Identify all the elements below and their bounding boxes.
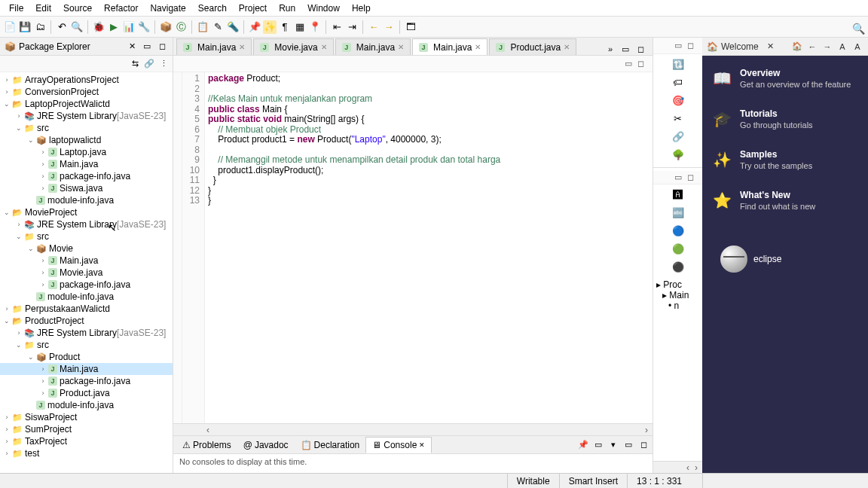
close-tab-icon[interactable]: ✕ bbox=[475, 43, 481, 51]
tree-item[interactable]: ⌄Movie bbox=[0, 242, 173, 255]
coverage-icon[interactable]: 📊 bbox=[122, 20, 136, 34]
twisty-icon[interactable]: ⌄ bbox=[15, 233, 23, 240]
twisty-icon[interactable]: › bbox=[15, 221, 23, 228]
tree-item[interactable]: ›JRE System Library [JavaSE-23] bbox=[0, 110, 173, 122]
tree-item[interactable]: module-info.java bbox=[0, 399, 173, 411]
open-task-icon[interactable]: 📋 bbox=[196, 20, 209, 34]
editor-tab[interactable]: Movie.java✕ bbox=[253, 38, 333, 55]
tree-item[interactable]: ⌄LaptopProjectWalictd bbox=[0, 98, 173, 110]
console-new-icon[interactable]: ▾ bbox=[607, 439, 619, 451]
outline-item[interactable]: • n bbox=[656, 300, 699, 311]
twisty-icon[interactable]: › bbox=[39, 185, 47, 192]
tree-item[interactable]: ⌄src bbox=[0, 339, 173, 351]
pin-icon[interactable]: 📌 bbox=[248, 20, 261, 34]
maximize-console-icon[interactable]: ◻ bbox=[637, 439, 649, 451]
outline-link-icon[interactable]: 🔗 bbox=[671, 130, 685, 143]
project-tree[interactable]: ›ArrayOperationsProject›ConversionProjec… bbox=[0, 72, 173, 473]
horizontal-scrollbar[interactable]: ‹› bbox=[173, 423, 653, 435]
editor-tab[interactable]: Product.java✕ bbox=[489, 38, 576, 55]
editor-tab[interactable]: Main.java✕ bbox=[176, 38, 252, 55]
welcome-fwd-icon[interactable]: → bbox=[821, 41, 833, 53]
twisty-icon[interactable]: ⌄ bbox=[3, 209, 11, 216]
maximize-editor-icon[interactable]: ◻ bbox=[634, 58, 646, 70]
maximize-view-icon[interactable]: ◻ bbox=[156, 41, 168, 53]
tree-item[interactable]: ›Main.java bbox=[0, 363, 173, 375]
open-type-icon[interactable]: 🔍 bbox=[70, 20, 84, 34]
back-icon[interactable]: ← bbox=[367, 20, 381, 34]
console-display-icon[interactable]: ▭ bbox=[592, 439, 604, 451]
tree-item[interactable]: ›Main.java bbox=[0, 158, 173, 170]
minimize-view-icon[interactable]: ▭ bbox=[141, 41, 153, 53]
tree-item[interactable]: ›PerpustakaanWalictd bbox=[0, 303, 173, 315]
outline-min-icon[interactable]: ▭ bbox=[672, 40, 684, 52]
tabs-overflow-icon[interactable]: » bbox=[604, 43, 616, 55]
menu-file[interactable]: File bbox=[3, 1, 29, 16]
editor-tab[interactable]: Main.java✕ bbox=[335, 38, 411, 55]
minimize-editor-icon[interactable]: ▭ bbox=[622, 58, 634, 70]
external-tools-icon[interactable]: 🔧 bbox=[137, 20, 151, 34]
outline-c-icon[interactable]: 🔵 bbox=[671, 224, 685, 237]
prev-annotation-icon[interactable]: ⇤ bbox=[330, 20, 344, 34]
outline-focus-icon[interactable]: 🎯 bbox=[671, 93, 685, 107]
close-tab-icon[interactable]: ✕ bbox=[564, 43, 570, 51]
forward-icon[interactable]: → bbox=[382, 20, 396, 34]
tree-item[interactable]: ›ConversionProject bbox=[0, 86, 173, 98]
welcome-back-icon[interactable]: ← bbox=[806, 41, 818, 53]
welcome-card[interactable]: 🎓TutorialsGo through tutorials bbox=[711, 108, 859, 130]
twisty-icon[interactable]: › bbox=[39, 269, 47, 276]
welcome-enlarge-icon[interactable]: A bbox=[851, 41, 863, 53]
outline-item[interactable]: ▸ Main bbox=[656, 290, 699, 300]
block-icon[interactable]: ▦ bbox=[293, 20, 307, 34]
tree-item[interactable]: ›JRE System Library [JavaSE-23] bbox=[0, 218, 173, 230]
next-annotation-icon[interactable]: ⇥ bbox=[345, 20, 359, 34]
outline-b-icon[interactable]: 🔤 bbox=[671, 206, 685, 219]
twisty-icon[interactable]: › bbox=[15, 329, 23, 337]
link-editor-icon[interactable]: 🔗 bbox=[143, 58, 155, 70]
close-view-icon[interactable]: ✕ bbox=[126, 41, 138, 53]
menu-source[interactable]: Source bbox=[57, 1, 98, 16]
menu-refactor[interactable]: Refactor bbox=[98, 1, 144, 16]
twisty-icon[interactable]: › bbox=[3, 413, 11, 421]
perspective-icon[interactable]: 🗔 bbox=[404, 20, 417, 34]
outline-max-icon[interactable]: ◻ bbox=[684, 40, 696, 52]
twisty-icon[interactable]: › bbox=[3, 450, 11, 457]
tree-item[interactable]: ›test bbox=[0, 447, 173, 459]
twisty-icon[interactable] bbox=[27, 197, 35, 204]
twisty-icon[interactable]: › bbox=[39, 389, 47, 397]
tree-item[interactable]: ›Product.java bbox=[0, 387, 173, 399]
code-editor[interactable]: package Product; //Kelas Main untuk menj… bbox=[205, 72, 653, 423]
outline-filter-icon[interactable]: ✂ bbox=[671, 111, 685, 125]
toggle-icon[interactable]: ✎ bbox=[211, 20, 225, 34]
outline-min2-icon[interactable]: ▭ bbox=[672, 172, 684, 184]
twisty-icon[interactable]: ⌄ bbox=[15, 341, 23, 349]
undo-icon[interactable]: ↶ bbox=[55, 20, 69, 34]
quick-access-icon[interactable]: 🔍 bbox=[852, 23, 865, 35]
minimize-console-icon[interactable]: ▭ bbox=[622, 439, 634, 451]
outline-a-icon[interactable]: 🅰 bbox=[671, 188, 685, 201]
save-icon[interactable]: 💾 bbox=[18, 20, 32, 34]
twisty-icon[interactable]: ⌄ bbox=[27, 136, 35, 144]
twisty-icon[interactable]: ⌄ bbox=[27, 245, 35, 252]
bottom-tab-declaration[interactable]: 📋Declaration bbox=[295, 438, 366, 453]
twisty-icon[interactable]: › bbox=[39, 148, 47, 156]
tree-item[interactable]: ›SumProject bbox=[0, 423, 173, 435]
welcome-card[interactable]: 📖OverviewGet an overview of the feature bbox=[711, 68, 859, 89]
twisty-icon[interactable]: › bbox=[39, 257, 47, 264]
tree-item[interactable]: ›JRE System Library [JavaSE-23] bbox=[0, 327, 173, 339]
tree-item[interactable]: ›ArrayOperationsProject bbox=[0, 74, 173, 86]
tree-item[interactable]: ⌄src bbox=[0, 230, 173, 242]
outline-d-icon[interactable]: 🟢 bbox=[671, 242, 685, 255]
outline-tree-icon[interactable]: 🌳 bbox=[671, 148, 685, 161]
tree-item[interactable]: ⌄src bbox=[0, 122, 173, 134]
menu-run[interactable]: Run bbox=[273, 1, 301, 16]
tree-item[interactable]: ›SiswaProject bbox=[0, 411, 173, 423]
twisty-icon[interactable]: › bbox=[39, 281, 47, 288]
welcome-reduce-icon[interactable]: A bbox=[836, 41, 848, 53]
save-all-icon[interactable]: 🗂 bbox=[33, 20, 47, 34]
tree-item[interactable]: ›Siswa.java bbox=[0, 182, 173, 194]
bottom-tab-console[interactable]: 🖥Console✕ bbox=[365, 437, 432, 453]
mark-icon[interactable]: 📍 bbox=[308, 20, 322, 34]
outline-scrollbar[interactable]: ‹› bbox=[653, 461, 702, 473]
outline-max2-icon[interactable]: ◻ bbox=[684, 172, 696, 184]
tree-item[interactable]: ›package-info.java bbox=[0, 170, 173, 182]
